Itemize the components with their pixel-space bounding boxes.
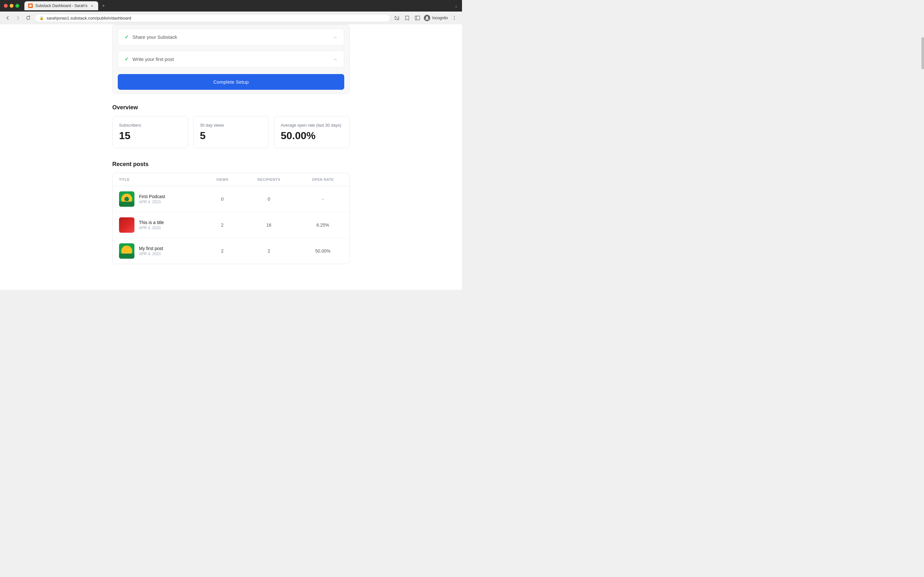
setup-item-left: ✓ Share your Substack <box>124 34 177 40</box>
stat-label-openrate: Average open rate (last 30 days) <box>281 123 343 127</box>
tab-title: Substack Dashboard - Sarah's <box>35 3 87 8</box>
post-title-text: This is a title <box>139 220 164 225</box>
setup-item-share[interactable]: ✓ Share your Substack → <box>118 29 344 45</box>
posts-section: Recent posts TITLE VIEWS RECIPIENTS OPEN… <box>112 161 350 264</box>
post-views: 2 <box>203 238 242 264</box>
post-date: APR 4, 2023 <box>139 251 163 256</box>
arrow-icon-post: → <box>333 56 338 62</box>
browser-titlebar: Substack Dashboard - Sarah's ✕ + ⌄ <box>0 0 462 11</box>
reload-button[interactable] <box>24 14 32 22</box>
url-text: sarahjonas1.substack.com/publish/dashboa… <box>47 16 131 21</box>
post-title-text: First Podcast <box>139 194 165 199</box>
svg-point-6 <box>454 18 455 18</box>
col-header-openrate: OPEN RATE <box>296 173 349 186</box>
new-tab-button[interactable]: + <box>99 2 107 10</box>
nav-right-controls: Incognito <box>393 14 458 22</box>
post-views: 2 <box>203 212 242 238</box>
post-info: This is a title APR 4, 2023 <box>119 218 197 233</box>
svg-point-5 <box>454 16 455 17</box>
stat-label-views: 30 day views <box>200 123 262 127</box>
address-bar[interactable]: 🔒 sarahjonas1.substack.com/publish/dashb… <box>35 14 391 22</box>
minimize-window-button[interactable] <box>10 4 13 8</box>
stat-label-subscribers: Subscribers <box>119 123 181 127</box>
forward-button[interactable] <box>14 14 22 22</box>
post-info: First Podcast APR 4, 2023 <box>119 191 197 207</box>
post-info: My first post APR 4, 2023 <box>119 243 197 259</box>
svg-rect-0 <box>29 5 32 7</box>
post-date: APR 4, 2023 <box>139 226 164 230</box>
check-icon-share: ✓ <box>124 34 129 40</box>
post-recipients: 0 <box>242 186 296 212</box>
post-meta: This is a title APR 4, 2023 <box>139 220 164 230</box>
fullscreen-window-button[interactable] <box>15 4 19 8</box>
svg-rect-2 <box>415 16 420 20</box>
main-container: ✓ Share your Substack → ✓ Write your fir… <box>106 24 356 290</box>
check-icon-post: ✓ <box>124 56 129 62</box>
svg-point-4 <box>426 16 428 18</box>
post-openrate: 6.25% <box>296 212 349 238</box>
overview-section: Overview Subscribers 15 30 day views 5 A… <box>112 104 350 148</box>
overview-title: Overview <box>112 104 350 111</box>
post-title-cell: First Podcast APR 4, 2023 <box>113 186 203 212</box>
post-thumbnail <box>119 218 134 233</box>
tab-bar: Substack Dashboard - Sarah's ✕ + <box>24 1 452 10</box>
post-thumbnail <box>119 243 134 259</box>
post-recipients: 2 <box>242 238 296 264</box>
setup-card: ✓ Share your Substack → ✓ Write your fir… <box>112 24 350 94</box>
post-views: 0 <box>203 186 242 212</box>
traffic-lights <box>4 4 19 8</box>
table-header-row: TITLE VIEWS RECIPIENTS OPEN RATE <box>113 173 349 186</box>
post-openrate: 50.00% <box>296 238 349 264</box>
browser-chrome: Substack Dashboard - Sarah's ✕ + ⌄ 🔒 <box>0 0 462 24</box>
setup-post-label: Write your first post <box>132 56 174 62</box>
setup-item-post[interactable]: ✓ Write your first post → <box>118 51 344 68</box>
tab-menu-icon[interactable]: ⌄ <box>454 3 458 8</box>
table-row[interactable]: This is a title APR 4, 2023 2 16 6.25% <box>113 212 349 238</box>
posts-table-container: TITLE VIEWS RECIPIENTS OPEN RATE <box>112 173 350 264</box>
stat-card-openrate: Average open rate (last 30 days) 50.00% <box>274 116 350 148</box>
col-header-views: VIEWS <box>203 173 242 186</box>
setup-items-wrapper: ✓ Share your Substack → ✓ Write your fir… <box>113 25 349 93</box>
menu-icon[interactable] <box>451 14 458 22</box>
bookmark-icon[interactable] <box>403 14 411 22</box>
page-content: ✓ Share your Substack → ✓ Write your fir… <box>0 24 462 290</box>
post-meta: My first post APR 4, 2023 <box>139 246 163 256</box>
stat-value-subscribers: 15 <box>119 130 181 141</box>
col-header-recipients: RECIPIENTS <box>242 173 296 186</box>
incognito-label: Incognito <box>432 16 448 20</box>
svg-point-7 <box>454 19 455 20</box>
stat-value-views: 5 <box>200 130 262 141</box>
arrow-icon-share: → <box>333 34 338 40</box>
setup-share-label: Share your Substack <box>132 34 177 40</box>
posts-table: TITLE VIEWS RECIPIENTS OPEN RATE <box>113 173 349 264</box>
post-title-text: My first post <box>139 246 163 251</box>
close-window-button[interactable] <box>4 4 8 8</box>
post-meta: First Podcast APR 4, 2023 <box>139 194 165 204</box>
col-header-title: TITLE <box>113 173 203 186</box>
post-openrate: - <box>296 186 349 212</box>
table-row[interactable]: My first post APR 4, 2023 2 2 50.00% <box>113 238 349 264</box>
incognito-button[interactable]: Incognito <box>424 15 448 21</box>
post-title-cell: This is a title APR 4, 2023 <box>113 212 203 238</box>
tab-favicon <box>28 3 33 8</box>
post-thumbnail <box>119 191 134 207</box>
stat-card-views: 30 day views 5 <box>193 116 269 148</box>
active-tab[interactable]: Substack Dashboard - Sarah's ✕ <box>24 1 98 10</box>
back-button[interactable] <box>4 14 11 22</box>
stat-value-openrate: 50.00% <box>281 130 343 141</box>
post-date: APR 4, 2023 <box>139 200 165 204</box>
close-tab-button[interactable]: ✕ <box>90 3 94 8</box>
table-row[interactable]: First Podcast APR 4, 2023 0 0 - <box>113 186 349 212</box>
setup-item-left-post: ✓ Write your first post <box>124 56 174 62</box>
side-panel-icon[interactable] <box>414 14 421 22</box>
lock-icon: 🔒 <box>39 16 44 20</box>
recent-posts-title: Recent posts <box>112 161 350 168</box>
browser-nav: 🔒 sarahjonas1.substack.com/publish/dashb… <box>0 11 462 24</box>
post-recipients: 16 <box>242 212 296 238</box>
stats-grid: Subscribers 15 30 day views 5 Average op… <box>112 116 350 148</box>
post-title-cell: My first post APR 4, 2023 <box>113 238 203 264</box>
stat-card-subscribers: Subscribers 15 <box>112 116 188 148</box>
camera-off-icon[interactable] <box>393 14 401 22</box>
complete-setup-button[interactable]: Complete Setup <box>118 74 344 90</box>
